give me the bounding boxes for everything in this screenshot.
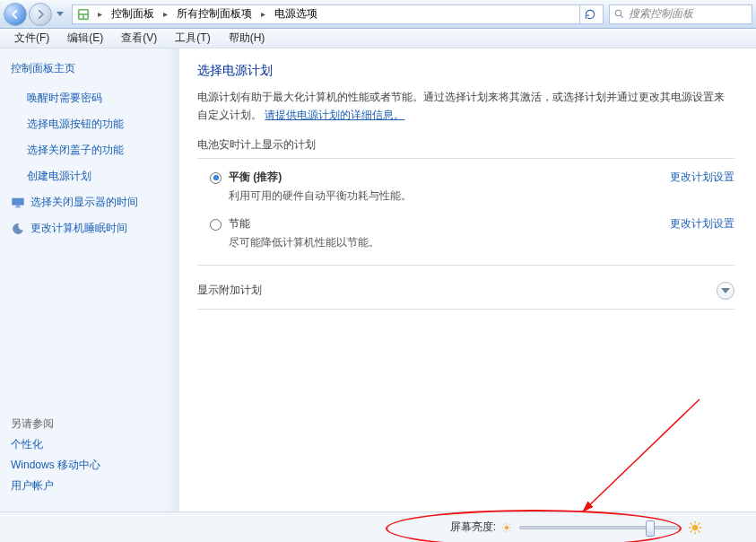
divider (197, 265, 734, 266)
chevron-down-icon (721, 288, 730, 293)
sun-bright-icon (688, 520, 702, 535)
control-panel-icon (76, 7, 91, 22)
brightness-slider[interactable] (519, 526, 681, 529)
sidebar-link-sleep[interactable]: 更改计算机睡眠时间 (11, 221, 178, 236)
menu-view[interactable]: 查看(V) (112, 29, 166, 48)
sidebar-link-power-button[interactable]: 选择电源按钮的功能 (27, 117, 178, 132)
sidebar: 控制面板主页 唤醒时需要密码 选择电源按钮的功能 选择关闭盖子的功能 创建电源计… (0, 48, 179, 511)
menu-tools[interactable]: 工具(T) (166, 29, 219, 48)
chevron-down-icon (56, 12, 64, 16)
sidebar-home[interactable]: 控制面板主页 (11, 61, 178, 76)
svg-rect-5 (12, 197, 23, 205)
sidebar-link-wake-password[interactable]: 唤醒时需要密码 (27, 91, 178, 106)
menu-help[interactable]: 帮助(H) (220, 29, 274, 48)
see-also-mobility[interactable]: Windows 移动中心 (11, 458, 178, 473)
brightness-slider-thumb[interactable] (646, 520, 655, 537)
see-also-personalize[interactable]: 个性化 (11, 437, 178, 452)
refresh-icon (584, 8, 596, 21)
plan-balanced-desc: 利用可用的硬件自动平衡功耗与性能。 (229, 188, 670, 204)
breadcrumb-seg-0[interactable]: 控制面板▸ (106, 6, 171, 22)
sidebar-link-close-lid[interactable]: 选择关闭盖子的功能 (27, 143, 178, 158)
breadcrumb-sep: ▸ (94, 9, 106, 19)
menu-file[interactable]: 文件(F) (5, 29, 58, 48)
forward-button[interactable] (29, 3, 52, 26)
page-description: 电源计划有助于最大化计算机的性能或者节能。通过选择计划来将其激活，或选择计划并通… (197, 88, 734, 125)
breadcrumb[interactable]: ▸ 控制面板▸ 所有控制面板项▸ 电源选项 (72, 4, 604, 24)
breadcrumb-seg-1[interactable]: 所有控制面板项▸ (171, 6, 269, 22)
plan-power-saver-name: 节能 (229, 217, 250, 230)
plan-balanced-radio[interactable] (210, 172, 222, 184)
menubar: 文件(F) 编辑(E) 查看(V) 工具(T) 帮助(H) (0, 29, 756, 48)
search-input[interactable]: 搜索控制面板 (609, 4, 752, 24)
sidebar-link-create-plan[interactable]: 创建电源计划 (27, 169, 178, 184)
menu-edit[interactable]: 编辑(E) (58, 29, 112, 48)
plan-balanced: 平衡 (推荐) 利用可用的硬件自动平衡功耗与性能。 更改计划设置 (197, 168, 734, 214)
footer: 屏幕亮度: (0, 511, 756, 542)
svg-rect-6 (16, 205, 20, 206)
svg-point-4 (615, 10, 621, 16)
plan-balanced-name: 平衡 (推荐) (229, 170, 282, 183)
expand-button[interactable] (717, 282, 734, 300)
nav-history-dropdown[interactable] (54, 5, 66, 23)
page-title: 选择电源计划 (197, 63, 734, 79)
sun-dim-icon (501, 522, 512, 533)
refresh-button[interactable] (579, 4, 599, 24)
see-also-user-acct[interactable]: 用户帐户 (11, 478, 178, 494)
svg-rect-7 (15, 206, 22, 207)
breadcrumb-seg-2[interactable]: 电源选项 (269, 6, 323, 22)
search-placeholder: 搜索控制面板 (629, 6, 693, 22)
divider (197, 309, 734, 310)
plans-group-title: 电池安时计上显示的计划 (197, 137, 734, 154)
show-more-plans[interactable]: 显示附加计划 (197, 275, 734, 307)
navbar: ▸ 控制面板▸ 所有控制面板项▸ 电源选项 搜索控制面板 (0, 0, 756, 29)
main-content: 选择电源计划 电源计划有助于最大化计算机的性能或者节能。通过选择计划来将其激活，… (179, 48, 756, 511)
svg-rect-3 (84, 14, 88, 18)
svg-point-9 (692, 524, 699, 530)
more-info-link[interactable]: 请提供电源计划的详细信息。 (265, 109, 404, 121)
back-button[interactable] (4, 3, 27, 26)
svg-point-8 (505, 526, 508, 529)
plan-balanced-edit[interactable]: 更改计划设置 (670, 170, 734, 185)
sidebar-link-display-off[interactable]: 选择关闭显示器的时间 (11, 195, 178, 210)
moon-icon (11, 222, 25, 236)
monitor-icon (11, 196, 25, 210)
plan-power-saver-edit[interactable]: 更改计划设置 (670, 216, 734, 232)
see-also-title: 另请参阅 (11, 416, 178, 432)
svg-rect-1 (80, 10, 88, 13)
arrow-left-icon (9, 8, 22, 21)
plan-power-saver-desc: 尽可能降低计算机性能以节能。 (229, 235, 670, 250)
arrow-right-icon (34, 8, 47, 21)
plan-power-saver-radio[interactable] (210, 219, 222, 231)
divider (197, 158, 734, 159)
search-icon (613, 8, 625, 20)
brightness-label: 屏幕亮度: (450, 520, 496, 535)
plan-power-saver: 节能 尽可能降低计算机性能以节能。 更改计划设置 (197, 214, 734, 261)
svg-rect-2 (80, 14, 83, 18)
